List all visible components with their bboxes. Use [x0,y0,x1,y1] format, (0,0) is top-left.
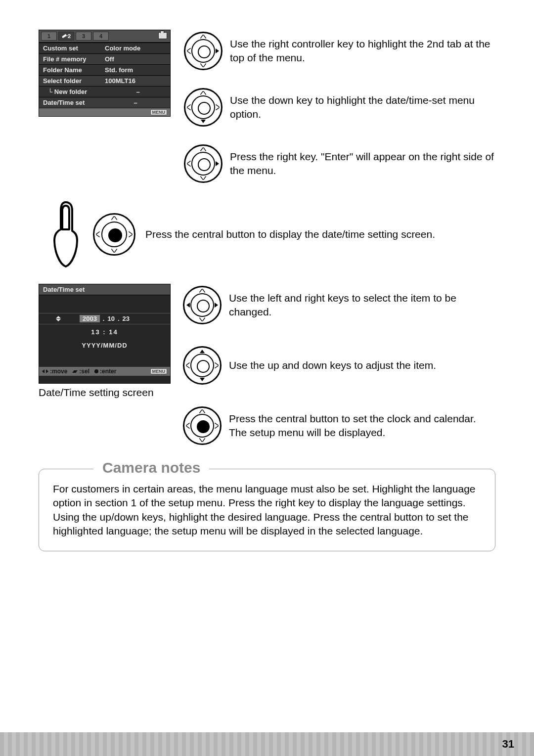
page-footer: 31 [0,732,534,756]
menu-badge-icon: MENU [150,368,168,374]
instruction-text: Use the down key to highlight the date/t… [230,93,495,122]
setup-menu-screenshot: 1 2 3 4 Custom setColor mode File # memo… [39,30,171,117]
controller-icon [93,213,135,256]
setup-menu-tabs: 1 2 3 4 [39,30,170,43]
instruction-text: Press the central button to display the … [145,228,435,240]
instruction-text: Use the right controller key to highligh… [230,37,495,65]
camera-notes-box: Camera notes For customers in certain ar… [39,469,495,551]
controller-icon [184,32,222,70]
menu-row: └ New folder– [39,86,170,97]
setup-tab-1: 1 [41,32,57,41]
controller-icon [183,346,222,385]
tap-finger-icon [48,200,83,269]
year-value: 2003 [80,315,100,322]
instruction-text: Press the right key. "Enter" will appear… [230,150,495,178]
menu-row: Select folder100MLT16 [39,75,170,86]
instruction-text: Use the left and right keys to select th… [229,291,495,319]
controller-icon [183,286,222,324]
datetime-caption: Date/Time setting screen [39,387,170,399]
camera-notes-body: For customers in certain areas, the menu… [53,482,481,538]
setup-tab-4: 4 [93,32,109,41]
instruction-text: Use the up and down keys to adjust the i… [229,358,436,372]
menu-badge-icon: MENU [150,109,168,115]
controller-icon [184,88,222,127]
setup-tab-3: 3 [76,32,91,41]
page-number: 31 [502,738,514,751]
datetime-footer: :move :sel :enter MENU [39,367,170,376]
controller-icon [184,144,222,183]
datetime-title: Date/Time set [39,284,170,295]
setup-menu-footer: MENU [39,108,170,116]
wrench-icon [62,33,68,39]
controller-icon [183,406,222,445]
date-format: YYYY/MM/DD [39,342,170,349]
menu-row: Folder NameStd. form [39,64,170,75]
menu-row: Date/Time set– [39,97,170,108]
camera-icon [158,32,167,39]
menu-row: File # memoryOff [39,53,170,64]
day-value: 23 [123,315,130,322]
instruction-text: Press the central button to set the cloc… [229,412,495,440]
time-value: 13 : 14 [39,328,170,336]
month-value: 10 [107,315,114,322]
camera-notes-title: Camera notes [93,459,209,476]
menu-row: Custom setColor mode [39,43,170,53]
setup-tab-2: 2 [58,32,74,41]
datetime-screen: Date/Time set 2003 . 10 . 23 13 : 14 YYY… [39,284,171,384]
